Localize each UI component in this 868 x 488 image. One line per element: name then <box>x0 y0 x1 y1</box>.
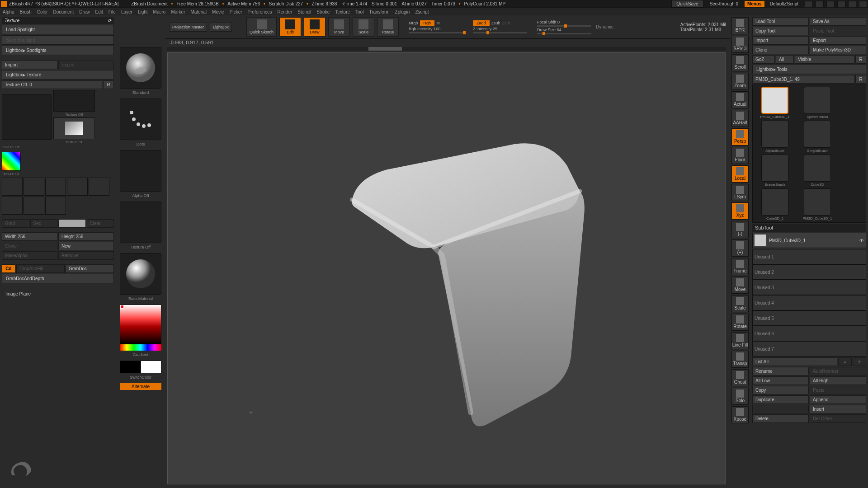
subtool-header[interactable]: SubTool <box>752 224 866 232</box>
menu-texture[interactable]: Texture <box>335 9 350 14</box>
tool-export-button[interactable]: Export <box>810 36 866 45</box>
tex-thumb-off[interactable] <box>53 90 95 112</box>
tool-item[interactable]: PM3D_Cube3D_1 <box>797 188 838 221</box>
grad-button[interactable]: Grad <box>2 219 29 228</box>
menu-draw[interactable]: Draw <box>79 9 90 14</box>
import-button[interactable]: Import <box>2 61 57 69</box>
dynamic-toggle[interactable]: Dynamic <box>596 24 613 29</box>
menu-marker[interactable]: Marker <box>171 9 185 14</box>
shelf-move[interactable]: Move <box>731 277 749 294</box>
subtool-row-unused[interactable]: Unused 5 <box>752 310 866 326</box>
tool-item[interactable]: EraserBrush <box>755 155 795 187</box>
draw-button[interactable]: Draw <box>304 17 326 37</box>
alternate-toggle[interactable]: Alternate <box>120 383 161 390</box>
lightbox-tools-button[interactable]: Lightbox▸ Tools <box>752 65 866 74</box>
menu-transform[interactable]: Transform <box>369 9 389 14</box>
menu-layer[interactable]: Layer <box>121 9 132 14</box>
insert-button[interactable]: Insert <box>810 405 866 413</box>
shelf--[interactable]: (-) <box>731 221 749 238</box>
default-zscript[interactable]: DefaultZScript <box>770 1 798 6</box>
shelf-ghost[interactable]: Ghost <box>731 369 749 386</box>
tool-item[interactable]: Cube3D_1 <box>755 188 795 221</box>
grad-icon[interactable] <box>89 178 109 196</box>
menu-alpha[interactable]: Alpha <box>3 9 14 14</box>
shelf--[interactable]: (+) <box>731 239 749 257</box>
focal-shift-slider[interactable] <box>537 25 591 27</box>
zadd-toggle[interactable]: Zadd <box>473 20 490 26</box>
shelf-rotate[interactable]: Rotate <box>731 314 749 331</box>
shelf-lsym[interactable]: LSym <box>731 184 749 201</box>
menu-movie[interactable]: Movie <box>212 9 224 14</box>
viewport[interactable]: + <box>167 52 726 484</box>
primary-color-swatch[interactable] <box>141 361 161 373</box>
menu-edit[interactable]: Edit <box>95 9 103 14</box>
clone-button[interactable]: Clone <box>2 242 57 250</box>
tool-item[interactable]: Cube3D <box>797 155 838 187</box>
zsub-toggle[interactable]: Zsub <box>491 21 500 25</box>
new-button[interactable]: New <box>58 242 114 250</box>
shelf-local[interactable]: Local <box>731 165 749 183</box>
shelf-scale[interactable]: Scale <box>731 295 749 312</box>
goz-visible-button[interactable]: Visible <box>795 55 854 64</box>
lightbox-spotlights-button[interactable]: Lightbox▸ Spotlights <box>2 46 114 55</box>
material-thumb[interactable] <box>120 253 161 295</box>
subtool-row-active[interactable]: PM3D_Cube3D_1 👁 <box>752 233 866 248</box>
tool-item[interactable]: AlphaBrush <box>755 121 795 153</box>
canvas-scrollbar[interactable] <box>167 47 726 51</box>
shelf-line-fill[interactable]: Line Fill <box>731 332 749 349</box>
load-tool-button[interactable]: Load Tool <box>752 17 809 26</box>
restore-icon[interactable] <box>848 1 856 7</box>
sec-button[interactable]: Sec <box>30 219 58 228</box>
all-low-button[interactable]: All Low <box>752 376 809 385</box>
shelf-scroll[interactable]: Scroll <box>731 54 749 71</box>
list-all-button[interactable]: List All <box>752 357 837 366</box>
shelf-persp[interactable]: Persp <box>731 128 749 145</box>
shelf-xpose[interactable]: Xpose <box>731 406 749 423</box>
clear-icon[interactable] <box>45 197 66 215</box>
subtool-row-unused[interactable]: Unused 7 <box>752 341 866 357</box>
secondary-color-swatch[interactable] <box>120 361 141 373</box>
refresh-icon[interactable]: ⟳ <box>108 18 111 23</box>
rotate-icon[interactable] <box>67 178 88 196</box>
subtool-row-unused[interactable]: Unused 3 <box>752 280 866 295</box>
gradient-label[interactable]: Gradient <box>133 352 149 357</box>
menus-toggle[interactable]: Menus <box>745 1 764 7</box>
pin-icon[interactable] <box>816 1 824 7</box>
image-plane-section[interactable]: Image Plane <box>2 290 114 298</box>
stroke-thumb[interactable] <box>120 99 161 140</box>
cropandfill-button[interactable]: CropAndFill <box>16 264 65 273</box>
delete-button[interactable]: Delete <box>752 414 809 423</box>
quick-sketch-button[interactable]: Quick Sketch <box>246 17 277 37</box>
tool-item[interactable]: SimpleBrush <box>797 121 838 153</box>
height-slider[interactable]: Height 256 <box>58 232 114 241</box>
arrow-up-icon[interactable]: ▲ <box>838 357 852 366</box>
switchcolor-button[interactable]: SwitchColor <box>130 375 151 380</box>
menu-light[interactable]: Light <box>138 9 148 14</box>
menu-macro[interactable]: Macro <box>153 9 166 14</box>
shelf-aahalf[interactable]: AAHalf <box>731 110 749 127</box>
shelf-spix-3[interactable]: SPix 3 <box>731 36 749 53</box>
copy-tool-button[interactable]: Copy Tool <box>752 27 809 35</box>
menu-preferences[interactable]: Preferences <box>248 9 272 14</box>
invert-icon[interactable] <box>45 178 66 196</box>
goz-all-button[interactable]: All <box>776 55 794 64</box>
tool-item[interactable]: PM3D_Cube3D_1 <box>755 87 795 119</box>
tex-thumb-01[interactable] <box>53 117 95 139</box>
rgb-intensity-slider[interactable] <box>409 32 463 33</box>
grabdoc-button[interactable]: GrabDoc <box>66 264 114 273</box>
make-polymesh-button[interactable]: Make PolyMesh3D <box>810 46 866 54</box>
tool-item[interactable]: SphereBrush <box>797 87 838 119</box>
lightbox-texture-button[interactable]: Lightbox▸ Texture <box>2 70 114 80</box>
menu-brush[interactable]: Brush <box>20 9 32 14</box>
menu-material[interactable]: Material <box>191 9 207 14</box>
main-color-swatch[interactable] <box>58 219 86 228</box>
subtool-row-unused[interactable]: Unused 4 <box>752 295 866 310</box>
subtool-row-unused[interactable]: Unused 6 <box>752 326 866 341</box>
menu-document[interactable]: Document <box>53 9 74 14</box>
projection-master-button[interactable]: Projection Master <box>169 23 207 32</box>
r-toggle[interactable]: R <box>103 80 114 89</box>
menu-tool[interactable]: Tool <box>355 9 363 14</box>
help-icon[interactable] <box>805 1 813 7</box>
clear-button[interactable]: Clear <box>87 219 114 228</box>
menu-color[interactable]: Color <box>37 9 48 14</box>
